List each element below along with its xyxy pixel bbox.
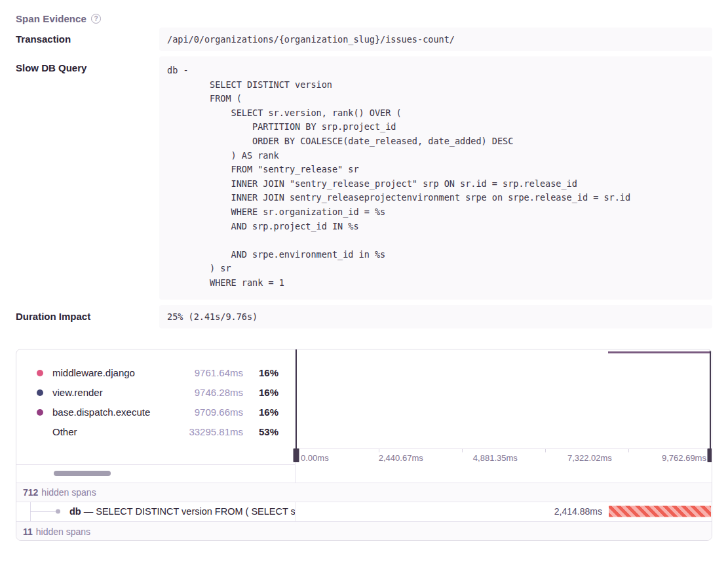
hidden-spans-below-row[interactable]: 11 hidden spans [16,521,712,541]
axis-label-4: 9,762.69ms [662,453,706,463]
minimap-right-handle[interactable] [710,349,711,462]
slow-db-query-value: db - SELECT DISTINCT version FROM ( SELE… [159,56,712,300]
tree-connector-line [30,511,57,512]
db-span-row[interactable]: db — SELECT DISTINCT version FROM ( SELE… [16,502,712,521]
slow-db-query-label: Slow DB Query [16,56,159,300]
horizontal-scrollbar-track [16,464,295,483]
legend-op-name: middleware.django [52,367,195,378]
legend-op-percent: 16% [243,387,278,398]
hidden-spans-label: hidden spans [36,526,90,537]
span-separator: — [84,506,94,517]
help-icon[interactable]: ? [91,14,101,24]
minimap-column: 0.00ms 2,440.67ms 4,881.35ms 7,322.02ms … [296,349,712,483]
axis-tick [462,449,463,452]
span-description: SELECT DISTINCT version FROM ( SELECT sr… [96,506,296,517]
span-op-legend: middleware.django 9761.64ms 16% view.ren… [16,349,296,483]
panel-top: middleware.django 9761.64ms 16% view.ren… [16,349,712,483]
duration-impact-row: Duration Impact 25% (2.41s/9.76s) [16,305,712,328]
time-axis: 0.00ms 2,440.67ms 4,881.35ms 7,322.02ms … [296,448,712,467]
axis-tick [545,449,546,452]
axis-spacer [296,467,712,482]
span-minimap[interactable] [296,349,712,448]
legend-op-name: view.render [52,387,195,398]
minimap-left-grip[interactable] [294,448,299,462]
legend-op-percent: 16% [243,367,278,378]
legend-op-name: base.dispatch.execute [52,406,195,418]
section-header: Span Evidence ? [16,0,712,28]
legend-op-percent: 16% [243,406,278,418]
span-waterfall-card: middleware.django 9761.64ms 16% view.ren… [16,349,712,541]
legend-dot [37,389,43,396]
tree-node-dot [56,509,60,514]
hidden-spans-above-row[interactable]: 712 hidden spans [16,483,712,502]
legend-list: middleware.django 9761.64ms 16% view.ren… [16,349,295,442]
legend-op-name: Other [52,426,189,437]
hidden-spans-count: 712 [23,487,38,498]
axis-tick [379,449,379,452]
slow-db-query-row: Slow DB Query db - SELECT DISTINCT versi… [16,56,712,300]
transaction-label: Transaction [16,28,159,51]
minimap-span-bar [608,351,711,353]
legend-row-view-render: view.render 9746.28ms 16% [37,383,278,403]
span-text: db — SELECT DISTINCT version FROM ( SELE… [69,506,296,517]
legend-op-duration: 9746.28ms [195,387,243,398]
axis-label-3: 7,322.02ms [567,453,612,463]
hidden-spans-label: hidden spans [41,487,96,498]
span-op: db [69,506,81,517]
span-description-cell: db — SELECT DISTINCT version FROM ( SELE… [16,502,296,521]
axis-label-2: 4,881.35ms [473,453,518,463]
legend-row-other: Other 33295.81ms 53% [37,422,278,442]
axis-label-1: 2,440.67ms [379,453,423,463]
legend-op-duration: 9761.64ms [195,367,243,378]
legend-dot [37,409,43,416]
legend-op-percent: 53% [243,426,278,437]
axis-tick [628,449,629,452]
span-duration-bar [609,506,711,517]
horizontal-scrollbar-thumb[interactable] [54,471,111,476]
sql-code: db - SELECT DISTINCT version FROM ( SELE… [167,62,704,294]
section-title: Span Evidence [16,13,86,24]
legend-op-duration: 33295.81ms [189,426,243,437]
axis-label-0: 0.00ms [301,453,329,463]
legend-op-duration: 9709.66ms [195,406,243,418]
transaction-row: Transaction /api/0/organizations/{organi… [16,28,712,51]
minimap-right-grip[interactable] [708,448,713,462]
span-evidence-section: Span Evidence ? Transaction /api/0/organ… [0,0,728,541]
transaction-value: /api/0/organizations/{organization_slug}… [159,28,712,51]
legend-row-middleware-django: middleware.django 9761.64ms 16% [37,363,278,383]
minimap-left-handle[interactable] [296,349,297,462]
legend-row-base-dispatch-execute: base.dispatch.execute 9709.66ms 16% [37,403,278,422]
duration-impact-value: 25% (2.41s/9.76s) [159,305,712,328]
legend-dot [37,370,43,376]
span-duration: 2,414.88ms [554,506,602,517]
duration-impact-label: Duration Impact [16,305,159,328]
span-bar-cell: 2,414.88ms [296,502,712,521]
hidden-spans-count: 11 [23,526,33,537]
